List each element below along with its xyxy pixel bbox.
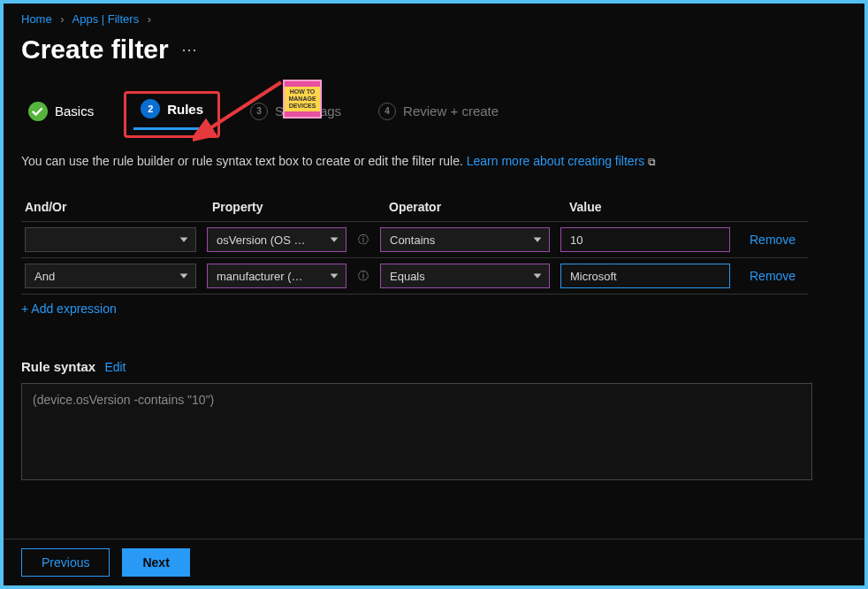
step-basics[interactable]: Basics <box>21 100 101 130</box>
col-value: Value <box>569 200 739 214</box>
sticker-text: HOW TO MANAGE DEVICES <box>285 87 320 111</box>
chevron-down-icon <box>328 270 340 282</box>
chevron-down-icon <box>531 233 544 246</box>
property-select[interactable]: manufacturer (… <box>207 264 346 288</box>
value-input[interactable]: 10 <box>560 227 730 252</box>
chevron-down-icon <box>531 270 544 282</box>
step-number-badge: 2 <box>141 99 160 119</box>
col-operator: Operator <box>389 200 559 214</box>
rule-syntax-text: (device.osVersion -contains "10") <box>33 393 214 407</box>
annotation-highlight-box: 2 Rules <box>124 91 220 138</box>
rule-syntax-textarea[interactable]: (device.osVersion -contains "10") <box>21 383 812 480</box>
and-or-select[interactable] <box>25 227 196 252</box>
add-expression-link[interactable]: + Add expression <box>21 302 117 316</box>
info-icon[interactable]: ⓘ <box>357 233 369 246</box>
checkmark-icon <box>28 102 48 121</box>
operator-value: Equals <box>390 270 425 283</box>
step-review-create[interactable]: 4 Review + create <box>371 101 506 129</box>
breadcrumb-home[interactable]: Home <box>21 12 52 26</box>
wizard-steps: Basics 2 Rules 3 Scope tags 4 Review + c… <box>21 91 847 138</box>
step-number-badge: 3 <box>250 103 268 120</box>
remove-link[interactable]: Remove <box>750 269 796 283</box>
howto-sticker-logo: HOW TO MANAGE DEVICES <box>283 80 322 119</box>
step-rules[interactable]: 2 Rules <box>133 97 210 130</box>
step-number-badge: 4 <box>378 103 396 120</box>
property-value: manufacturer (… <box>217 270 303 283</box>
breadcrumb-sep: › <box>60 12 64 26</box>
step-rules-label: Rules <box>167 102 203 117</box>
description-text: You can use the rule builder or rule syn… <box>21 154 847 168</box>
next-button[interactable]: Next <box>122 548 189 577</box>
remove-link[interactable]: Remove <box>750 233 796 247</box>
col-and-or: And/Or <box>25 200 202 214</box>
operator-select[interactable]: Equals <box>380 264 550 288</box>
operator-select[interactable]: Contains <box>380 227 550 252</box>
col-property: Property <box>212 200 378 214</box>
breadcrumb-apps-filters[interactable]: Apps | Filters <box>72 12 140 26</box>
breadcrumb: Home › Apps | Filters › <box>21 12 847 26</box>
more-icon[interactable]: ⋯ <box>181 40 197 59</box>
and-or-value: And <box>34 270 55 283</box>
page-title: Create filter <box>21 34 169 65</box>
operator-value: Contains <box>390 233 435 247</box>
chevron-down-icon <box>178 233 190 246</box>
step-review-create-label: Review + create <box>403 103 499 119</box>
previous-button[interactable]: Previous <box>21 548 110 577</box>
property-value: osVersion (OS … <box>217 233 305 247</box>
value-text: 10 <box>570 233 582 247</box>
edit-syntax-link[interactable]: Edit <box>104 360 126 374</box>
breadcrumb-sep: › <box>148 12 151 26</box>
property-select[interactable]: osVersion (OS … <box>207 227 346 252</box>
value-text: Microsoft <box>570 270 617 283</box>
chevron-down-icon <box>178 270 190 282</box>
learn-more-link[interactable]: Learn more about creating filters <box>467 154 645 168</box>
and-or-select[interactable]: And <box>25 264 196 288</box>
rule-row: osVersion (OS … ⓘ Contains 10 Remove <box>21 222 808 258</box>
rule-row: And manufacturer (… ⓘ Equals Microsoft R… <box>21 258 808 294</box>
chevron-down-icon <box>328 233 340 246</box>
value-input[interactable]: Microsoft <box>560 264 730 288</box>
step-basics-label: Basics <box>55 103 94 119</box>
description-body: You can use the rule builder or rule syn… <box>21 154 467 168</box>
rule-syntax-label: Rule syntax <box>21 359 95 374</box>
info-icon[interactable]: ⓘ <box>357 270 369 282</box>
external-link-icon: ⧉ <box>648 156 656 168</box>
